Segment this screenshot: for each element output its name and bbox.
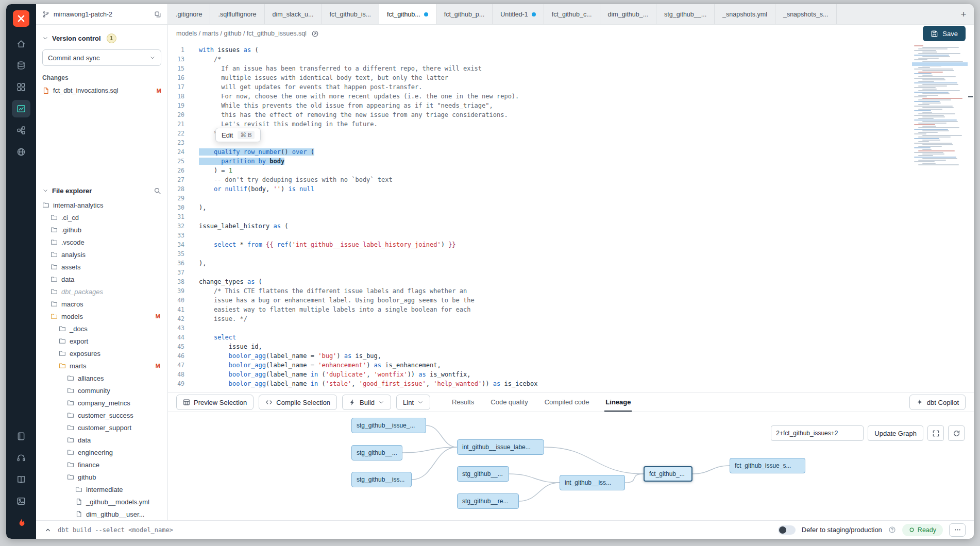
- preview-selection-button[interactable]: Preview Selection: [176, 395, 254, 410]
- defer-toggle[interactable]: [778, 525, 796, 535]
- code-line[interactable]: 18 For now, choose the one with more rec…: [168, 92, 974, 101]
- file-tree-item[interactable]: finance: [36, 458, 167, 471]
- version-control-header[interactable]: Version control 1: [42, 31, 161, 45]
- file-tree-item[interactable]: dim_github__user...: [36, 508, 167, 520]
- file-tree-item[interactable]: macros: [36, 298, 167, 310]
- deploy-icon[interactable]: [12, 122, 30, 139]
- code-line[interactable]: 44 select: [168, 333, 974, 342]
- code-editor[interactable]: 1with issues as (13 /*15 If an issue has…: [168, 42, 974, 393]
- code-line[interactable]: 20 this has the effect of removing the n…: [168, 110, 974, 120]
- explore-icon[interactable]: [12, 143, 30, 161]
- panel-tab-lineage[interactable]: Lineage: [604, 393, 632, 412]
- apps-icon[interactable]: [12, 78, 30, 96]
- lineage-selector-input[interactable]: [771, 425, 864, 441]
- file-tree-item[interactable]: modelsM: [36, 310, 167, 322]
- lineage-node[interactable]: stg_github__issue_...: [351, 418, 426, 433]
- file-tree-item[interactable]: alliances: [36, 372, 167, 384]
- editor-tab[interactable]: stg_github__...: [656, 4, 715, 24]
- lineage-node[interactable]: stg_github__...: [351, 445, 402, 460]
- save-button[interactable]: Save: [923, 26, 966, 41]
- commit-and-sync-button[interactable]: Commit and sync: [42, 49, 161, 66]
- code-line[interactable]: 27 -- don't try deduping issues with no …: [168, 175, 974, 184]
- changed-file-item[interactable]: fct_dbt_invocations.sqlM: [42, 84, 161, 97]
- file-tree-item[interactable]: .ci_cd: [36, 211, 167, 224]
- code-line[interactable]: 1with issues as (: [168, 45, 974, 55]
- lineage-node[interactable]: stg_github__re...: [457, 493, 519, 509]
- code-line[interactable]: 15 If an issue has been transferred to a…: [168, 64, 974, 73]
- code-line[interactable]: 33: [168, 231, 974, 240]
- file-tree-item[interactable]: .github: [36, 224, 167, 236]
- code-line[interactable]: 41 easiest way to flatten multiple label…: [168, 305, 974, 314]
- new-tab-button[interactable]: +: [953, 4, 974, 24]
- notebook-icon[interactable]: [12, 428, 30, 445]
- warehouse-icon[interactable]: [12, 57, 30, 74]
- minimap[interactable]: [914, 45, 966, 166]
- code-line[interactable]: 35: [168, 249, 974, 259]
- editor-tab[interactable]: _snapshots_s...: [775, 4, 837, 24]
- panel-tab-compiled-code[interactable]: Compiled code: [544, 393, 590, 412]
- file-tree-item[interactable]: customer_success: [36, 409, 167, 421]
- code-line[interactable]: 28 or nullif(body, '') is null: [168, 184, 974, 194]
- editor-tab[interactable]: dim_github_...: [600, 4, 657, 24]
- compile-selection-button[interactable]: Compile Selection: [259, 395, 337, 410]
- fullscreen-icon[interactable]: [927, 425, 944, 441]
- file-tree-item[interactable]: export: [36, 335, 167, 347]
- file-tree-item[interactable]: customer_support: [36, 421, 167, 434]
- code-line[interactable]: 38change_types as (: [168, 277, 974, 286]
- build-button[interactable]: Build: [342, 395, 391, 410]
- editor-tab[interactable]: fct_github_c...: [544, 4, 600, 24]
- dbt-copilot-button[interactable]: dbt Copilot: [909, 395, 966, 410]
- code-line[interactable]: 24 qualify row_number() over (: [168, 147, 974, 157]
- file-tree-item[interactable]: dbt_packages: [36, 285, 167, 298]
- file-tree-item[interactable]: _github__models.yml: [36, 496, 167, 508]
- expand-command-bar-icon[interactable]: [44, 526, 52, 534]
- file-tree-item[interactable]: github: [36, 471, 167, 483]
- editor-tab[interactable]: Untitled-1: [493, 4, 544, 24]
- file-tree-item[interactable]: exposures: [36, 347, 167, 360]
- code-line[interactable]: 39 /* This CTE flattens the different is…: [168, 286, 974, 296]
- code-line[interactable]: 45 issue_id,: [168, 342, 974, 351]
- code-line[interactable]: 13 /*: [168, 55, 974, 64]
- panel-tab-code-quality[interactable]: Code quality: [489, 393, 529, 412]
- support-icon[interactable]: [12, 449, 30, 467]
- cli-command[interactable]: dbt build --select <model_name>: [58, 526, 173, 534]
- file-tree-item[interactable]: .vscode: [36, 236, 167, 248]
- code-line[interactable]: 40 issue has a bug or enhancement label.…: [168, 296, 974, 305]
- code-line[interactable]: 37: [168, 268, 974, 277]
- code-line[interactable]: 42 issue. */: [168, 314, 974, 323]
- file-explorer-header[interactable]: File explorer: [36, 183, 167, 198]
- update-graph-button[interactable]: Update Graph: [868, 425, 923, 441]
- code-line[interactable]: 43: [168, 323, 974, 333]
- code-line[interactable]: 29: [168, 194, 974, 203]
- dbt-logo-icon[interactable]: [13, 10, 29, 27]
- develop-icon[interactable]: [12, 100, 30, 117]
- file-tree-item[interactable]: assets: [36, 261, 167, 273]
- lint-button[interactable]: Lint: [396, 395, 430, 410]
- editor-scrollbar[interactable]: [968, 42, 973, 393]
- copy-branch-icon[interactable]: [154, 11, 161, 18]
- home-icon[interactable]: [12, 35, 30, 53]
- code-line[interactable]: 16 multiple issues with identical body t…: [168, 73, 974, 82]
- code-line[interactable]: 46 boolor_agg(label_name = 'bug') as is_…: [168, 351, 974, 361]
- editor-tab[interactable]: fct_github_is...: [322, 4, 379, 24]
- file-tree-item[interactable]: _docs: [36, 322, 167, 335]
- code-line[interactable]: 31: [168, 212, 974, 221]
- code-line[interactable]: 26 ) = 1: [168, 166, 974, 175]
- edit-popup[interactable]: Edit ⌘ B: [215, 128, 261, 142]
- lineage-node[interactable]: int_github__issue_labe...: [457, 439, 544, 455]
- panel-tab-results[interactable]: Results: [451, 393, 475, 412]
- refresh-icon[interactable]: [948, 425, 965, 441]
- file-tree-item[interactable]: analysis: [36, 248, 167, 261]
- file-tree-item[interactable]: data: [36, 434, 167, 446]
- code-line[interactable]: 19 While this prevents the old issue fro…: [168, 101, 974, 110]
- editor-tab[interactable]: fct_github...: [379, 4, 436, 24]
- editor-tab[interactable]: fct_github_p...: [436, 4, 493, 24]
- lineage-node[interactable]: fct_github_issue_s...: [730, 458, 805, 473]
- code-line[interactable]: 49 boolor_agg(label_name in ('stale', 'g…: [168, 379, 974, 388]
- dbt-flame-icon[interactable]: [12, 514, 30, 532]
- file-tree-item[interactable]: data: [36, 273, 167, 285]
- code-line[interactable]: 48 boolor_agg(label_name in ('duplicate'…: [168, 370, 974, 379]
- file-tree-item[interactable]: engineering: [36, 446, 167, 458]
- editor-tab[interactable]: _snapshots.yml: [715, 4, 775, 24]
- file-tree-item[interactable]: company_metrics: [36, 397, 167, 409]
